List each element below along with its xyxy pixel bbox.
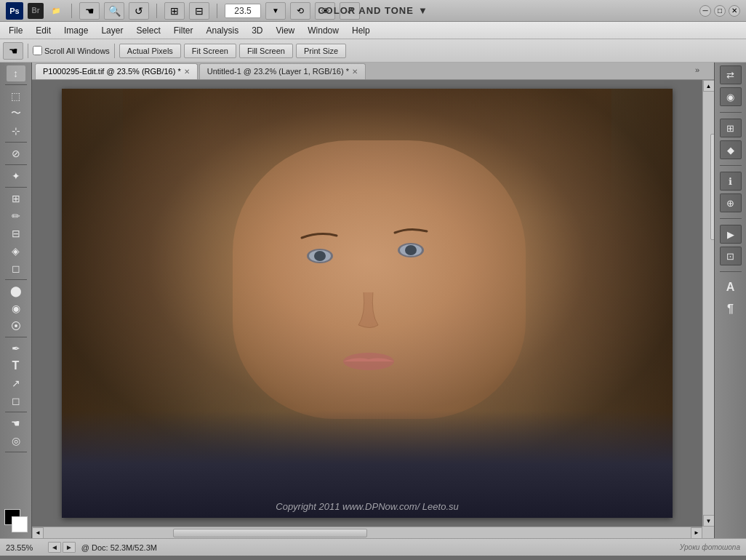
zoom-mode-btn[interactable]: ⟲ xyxy=(290,2,310,20)
grid-btn[interactable]: ⊞ xyxy=(164,2,185,20)
menu-layer[interactable]: Layer xyxy=(95,24,129,37)
tab-scroll-right[interactable]: » xyxy=(695,65,699,74)
minimize-btn[interactable]: ─ xyxy=(699,5,711,17)
menu-3d[interactable]: 3D xyxy=(246,24,268,37)
type-tool-icon[interactable]: T xyxy=(7,358,25,374)
right-add-icon[interactable]: ⊕ xyxy=(720,193,742,212)
menu-analysis[interactable]: Analysis xyxy=(200,24,244,37)
adjust-btn[interactable]: ⊟ xyxy=(189,2,209,20)
tab-0-close[interactable]: ✕ xyxy=(184,68,190,76)
workspace-dropdown[interactable]: ▼ xyxy=(418,5,428,16)
crop-tool-icon[interactable]: ⊘ xyxy=(7,145,25,161)
menu-help[interactable]: Help xyxy=(346,24,376,37)
background-color[interactable] xyxy=(12,516,28,532)
menu-select[interactable]: Select xyxy=(130,24,166,37)
h-scrollbar[interactable]: ◄ ► xyxy=(32,527,702,538)
v-scroll-up[interactable]: ▲ xyxy=(703,80,715,92)
menu-file[interactable]: File xyxy=(3,24,28,37)
separator xyxy=(71,4,72,18)
workspace-name: COLOR AND TONE xyxy=(318,5,414,16)
sep2 xyxy=(114,44,115,58)
tool-div5 xyxy=(5,279,27,280)
right-layers-icon[interactable]: ⊞ xyxy=(720,119,742,137)
color-swatches xyxy=(4,509,28,535)
tab-1-close[interactable]: ✕ xyxy=(352,68,358,76)
h-scroll-track[interactable] xyxy=(44,527,691,538)
titlebar: Ps Br 📁 ☚ 🔍 ↺ ⊞ ⊟ 23.5 ▼ ⟲ 👁 ⤢ COLOR AND… xyxy=(0,0,746,22)
shape-tool-icon[interactable]: ◻ xyxy=(7,393,25,409)
right-adjustments-icon[interactable]: ◆ xyxy=(720,140,742,159)
healing-tool-icon[interactable]: ⊞ xyxy=(7,191,25,207)
right-text-a-icon[interactable]: A xyxy=(720,278,742,297)
right-channels-icon[interactable]: ⇄ xyxy=(720,65,742,84)
statusbar: 23.55% ◄ ► @ Doc: 52.3M/52.3M Уроки фото… xyxy=(0,538,746,556)
menu-edit[interactable]: Edit xyxy=(30,24,57,37)
dodge-tool-icon[interactable]: ⦿ xyxy=(7,318,25,334)
zoom-input[interactable]: 23.5 xyxy=(225,4,261,18)
history-brush-icon[interactable]: ◈ xyxy=(7,243,25,259)
svg-point-4 xyxy=(314,251,326,261)
hand-tool-icon[interactable]: ☚ xyxy=(7,415,25,431)
clone-tool-icon[interactable]: ⊟ xyxy=(7,225,25,241)
tab-0[interactable]: P1000295-Edit.tif @ 23.5% (RGB/16) * ✕ xyxy=(35,63,198,79)
menu-view[interactable]: View xyxy=(270,24,300,37)
right-info-icon[interactable]: ℹ xyxy=(720,172,742,191)
restore-btn[interactable]: □ xyxy=(714,5,726,17)
right-record-icon[interactable]: ◉ xyxy=(720,87,742,106)
hand-tool-btn[interactable]: ☚ xyxy=(79,2,100,20)
left-toolbox: ↕ ⬚ 〜 ⊹ ⊘ ✦ ⊞ ✏ ⊟ ◈ ◻ ⬤ ◉ ⦿ ✒ T ↗ ◻ ☚ ◎ xyxy=(0,63,32,538)
h-scroll-left[interactable]: ◄ xyxy=(32,527,44,539)
menu-image[interactable]: Image xyxy=(58,24,94,37)
zoom-percent: 23.55% xyxy=(6,543,42,552)
sep xyxy=(28,44,28,58)
ps-logo: Ps xyxy=(6,2,23,20)
tab-bar: P1000295-Edit.tif @ 23.5% (RGB/16) * ✕ U… xyxy=(32,63,714,80)
menu-window[interactable]: Window xyxy=(302,24,345,37)
v-scroll-thumb[interactable] xyxy=(710,134,715,240)
print-size-btn[interactable]: Print Size xyxy=(296,44,346,58)
scroll-all-checkbox[interactable] xyxy=(33,46,42,55)
h-scroll-thumb[interactable] xyxy=(173,529,367,537)
brush-tool-icon[interactable]: ✏ xyxy=(7,208,25,224)
file-icon[interactable]: 📁 xyxy=(48,3,64,19)
copyright-text: Copyright 2011 www.DPNow.com/ Leeto.su xyxy=(276,501,458,512)
gradient-tool-icon[interactable]: ⬤ xyxy=(7,283,25,299)
v-scroll-down[interactable]: ▼ xyxy=(703,515,715,527)
scroll-all-label[interactable]: Scroll All Windows xyxy=(33,46,110,55)
options-toolbar: ☚ Scroll All Windows Actual Pixels Fit S… xyxy=(0,39,746,63)
pen-tool-icon[interactable]: ✒ xyxy=(7,340,25,356)
lasso-tool-icon[interactable]: 〜 xyxy=(7,105,25,121)
rotate-tool-btn[interactable]: ↺ xyxy=(129,2,149,20)
fg-bg-colors[interactable] xyxy=(4,509,28,532)
right-play-icon[interactable]: ▶ xyxy=(720,225,742,244)
move-tool-icon[interactable]: ↕ xyxy=(7,65,25,81)
separator3 xyxy=(217,4,217,18)
quicksel-tool-icon[interactable]: ⊹ xyxy=(7,123,25,139)
tab-1[interactable]: Untitled-1 @ 23.2% (Layer 1, RGB/16) * ✕ xyxy=(199,63,366,79)
close-btn[interactable]: ✕ xyxy=(729,5,740,17)
pathsel-tool-icon[interactable]: ↗ xyxy=(7,375,25,391)
right-div1 xyxy=(720,112,742,113)
br-logo[interactable]: Br xyxy=(28,3,44,19)
actual-pixels-btn[interactable]: Actual Pixels xyxy=(119,44,181,58)
zoom-dropdown[interactable]: ▼ xyxy=(265,2,286,20)
v-scrollbar[interactable]: ▲ ▼ xyxy=(702,80,714,527)
right-div3 xyxy=(720,218,742,219)
fit-screen-btn[interactable]: Fit Screen xyxy=(184,44,236,58)
hand-options-icon[interactable]: ☚ xyxy=(3,42,23,60)
blur-tool-icon[interactable]: ◉ xyxy=(7,300,25,316)
fill-screen-btn[interactable]: Fill Screen xyxy=(239,44,293,58)
h-scroll-right[interactable]: ► xyxy=(691,527,702,539)
zoom-tool-icon[interactable]: ◎ xyxy=(7,433,25,449)
zoom-tool-btn[interactable]: 🔍 xyxy=(104,2,124,20)
right-paragraph-icon[interactable]: ¶ xyxy=(720,300,742,319)
tab-1-label: Untitled-1 @ 23.2% (Layer 1, RGB/16) * xyxy=(207,67,349,76)
right-frame-icon[interactable]: ⊡ xyxy=(720,247,742,265)
menu-filter[interactable]: Filter xyxy=(168,24,199,37)
photo-canvas: Copyright 2011 www.DPNow.com/ Leeto.su xyxy=(62,89,673,518)
nav-prev[interactable]: ◄ xyxy=(48,542,61,553)
nav-next[interactable]: ► xyxy=(63,542,76,553)
marquee-tool-icon[interactable]: ⬚ xyxy=(7,88,25,104)
eyedropper-tool-icon[interactable]: ✦ xyxy=(7,168,25,184)
eraser-tool-icon[interactable]: ◻ xyxy=(7,260,25,276)
